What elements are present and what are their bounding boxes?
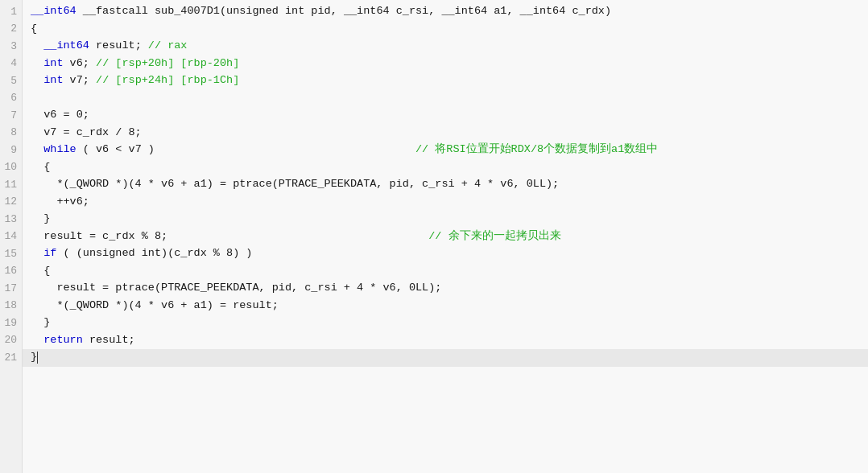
code-token: // 将RSI位置开始RDX/8个数据复制到a1数组中 [415,142,658,158]
line-number-15: 15 [0,245,22,263]
code-token: ++v6; [31,194,89,211]
code-line-21: } [23,349,868,367]
line-number-3: 3 [0,38,22,56]
code-line-1: __int64 __fastcall sub_4007D1(unsigned i… [23,3,868,21]
code-line-12: ++v6; [23,194,868,212]
line-number-10: 10 [0,159,22,177]
line-number-9: 9 [0,142,22,159]
code-line-9: while ( v6 < v7 ) // 将RSI位置开始RDX/8个数据复制到… [23,142,868,159]
code-token: result = c_rdx % 8; [31,228,167,245]
code-token: return [43,332,83,349]
code-token: // rax [148,38,188,55]
code-token: while [43,142,76,158]
code-token: if [43,245,56,262]
code-line-4: int v6; // [rsp+20h] [rbp-20h] [23,56,868,73]
line-number-7: 7 [0,107,22,125]
text-cursor [37,352,38,364]
code-line-11: *(_QWORD *)(4 * v6 + a1) = ptrace(PTRACE… [23,176,868,194]
code-token: __int64 [31,3,76,20]
code-token: // [rsp+24h] [rbp-1Ch] [96,72,239,89]
code-line-6 [23,90,868,108]
code-token: v7 = c_rdx / 8; [31,125,142,142]
code-token [31,142,43,158]
code-line-17: result = ptrace(PTRACE_PEEKDATA, pid, c_… [23,280,868,298]
code-line-2: { [23,21,868,39]
code-token: ( (unsigned int)(c_rdx % 8) ) [56,245,252,262]
code-line-14: result = c_rdx % 8; // 余下来的一起拷贝出来 [23,228,868,246]
line-number-17: 17 [0,280,22,298]
code-token: } [31,349,37,366]
line-number-13: 13 [0,211,22,228]
line-number-14: 14 [0,228,22,246]
code-token: ( v6 < v7 ) [76,142,155,158]
code-editor: 123456789101112131415161718192021 __int6… [0,0,868,473]
line-number-1: 1 [0,3,22,21]
code-line-20: return result; [23,332,868,350]
code-token: __int64 [31,38,89,55]
code-token: result; [83,332,135,349]
code-token: v6 = 0; [31,107,89,124]
code-token: v7; [64,72,97,89]
line-number-19: 19 [0,315,22,332]
code-token: *(_QWORD *)(4 * v6 + a1) = result; [31,298,279,315]
code-token: int [43,56,63,72]
code-line-8: v7 = c_rdx / 8; [23,125,868,142]
line-number-20: 20 [0,332,22,350]
code-token: v6; [64,56,97,72]
line-number-2: 2 [0,21,22,39]
line-number-12: 12 [0,194,22,212]
code-token [167,228,428,245]
line-number-6: 6 [0,90,22,108]
line-number-4: 4 [0,56,22,73]
line-number-16: 16 [0,263,22,281]
code-token [155,142,415,158]
code-token: // 余下来的一起拷贝出来 [428,228,560,245]
code-body[interactable]: __int64 __fastcall sub_4007D1(unsigned i… [23,0,868,473]
line-number-21: 21 [0,349,22,367]
code-token: { [31,21,37,38]
code-token [31,56,43,72]
code-token: } [31,211,50,228]
code-token: { [31,159,50,176]
code-line-3: __int64 result; // rax [23,38,868,56]
code-token: (unsigned int pid, __int64 c_rsi, __int6… [220,3,611,20]
code-token: { [31,263,50,280]
code-token: int [43,72,63,89]
line-number-11: 11 [0,176,22,194]
code-token: __fastcall [76,3,155,20]
line-number-8: 8 [0,125,22,142]
line-number-gutter: 123456789101112131415161718192021 [0,0,23,473]
code-token: } [31,315,50,331]
code-token: *(_QWORD *)(4 * v6 + a1) = ptrace(PTRACE… [31,176,559,193]
line-number-5: 5 [0,72,22,90]
code-token [31,332,43,349]
code-line-13: } [23,211,868,228]
line-number-18: 18 [0,298,22,315]
code-token: result = ptrace(PTRACE_PEEKDATA, pid, c_… [31,280,441,297]
code-line-16: { [23,263,868,281]
code-token: sub_4007D1 [155,3,220,20]
code-token [31,72,43,89]
code-line-15: if ( (unsigned int)(c_rdx % 8) ) [23,245,868,263]
code-line-19: } [23,315,868,332]
code-line-5: int v7; // [rsp+24h] [rbp-1Ch] [23,72,868,90]
code-token: result; [89,38,148,55]
code-line-7: v6 = 0; [23,107,868,125]
code-token: // [rsp+20h] [rbp-20h] [96,56,239,72]
code-line-10: { [23,159,868,177]
code-token [31,245,43,262]
code-line-18: *(_QWORD *)(4 * v6 + a1) = result; [23,298,868,315]
